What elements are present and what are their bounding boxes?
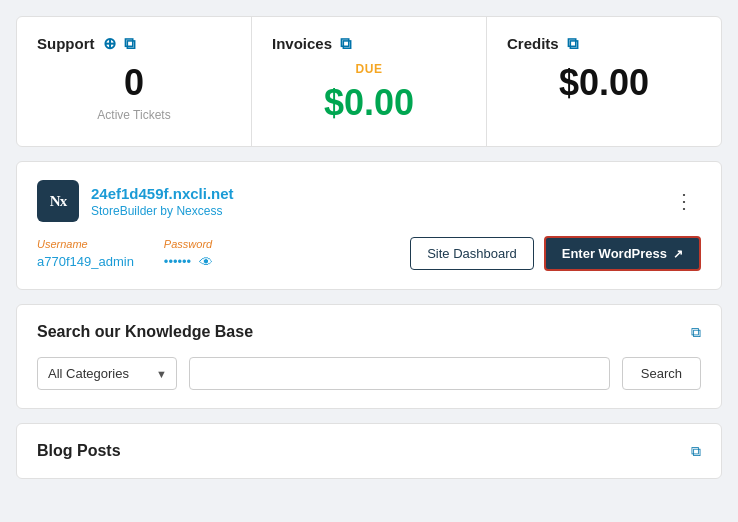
kb-search-button[interactable]: Search: [622, 357, 701, 390]
site-header-left: Nx 24ef1d459f.nxcli.net StoreBuilder by …: [37, 180, 234, 222]
site-logo-text: Nx: [50, 193, 66, 210]
stats-row: Support ⊕ ⧉ 0 Active Tickets Invoices ⧉ …: [16, 16, 722, 147]
username-value: a770f149_admin: [37, 254, 134, 269]
kb-title: Search our Knowledge Base: [37, 323, 253, 341]
username-block: Username a770f149_admin: [37, 238, 134, 270]
invoices-ext-icon[interactable]: ⧉: [340, 36, 351, 52]
site-credentials: Username a770f149_admin Password •••••• …: [37, 238, 213, 270]
support-label: Active Tickets: [37, 108, 231, 122]
support-value: 0: [37, 62, 231, 104]
site-platform: StoreBuilder by Nexcess: [91, 204, 234, 218]
site-domain[interactable]: 24ef1d459f.nxcli.net: [91, 185, 234, 202]
enter-wordpress-label: Enter WordPress: [562, 246, 667, 261]
credits-ext-icon[interactable]: ⧉: [567, 36, 578, 52]
site-details: Username a770f149_admin Password •••••• …: [37, 236, 701, 271]
site-logo: Nx: [37, 180, 79, 222]
invoices-value: $0.00: [272, 82, 466, 124]
knowledge-base-card: Search our Knowledge Base ⧉ All Categori…: [16, 304, 722, 409]
support-card: Support ⊕ ⧉ 0 Active Tickets: [17, 17, 251, 146]
kb-body: All Categories ▼ Search: [37, 357, 701, 390]
username-label: Username: [37, 238, 134, 250]
toggle-password-icon[interactable]: 👁: [199, 254, 213, 270]
site-menu-dots[interactable]: ⋮: [668, 189, 701, 213]
support-add-icon[interactable]: ⊕: [103, 36, 116, 52]
password-block: Password •••••• 👁: [164, 238, 213, 270]
kb-category-wrap: All Categories ▼: [37, 357, 177, 390]
blog-card: Blog Posts ⧉: [16, 423, 722, 479]
site-dashboard-button[interactable]: Site Dashboard: [410, 237, 534, 270]
credits-card: Credits ⧉ $0.00: [486, 17, 721, 146]
kb-search-input[interactable]: [189, 357, 610, 390]
invoices-title: Invoices: [272, 35, 332, 52]
credits-title: Credits: [507, 35, 559, 52]
site-info: 24ef1d459f.nxcli.net StoreBuilder by Nex…: [91, 185, 234, 218]
enter-wordpress-ext-icon: ↗: [673, 247, 683, 261]
blog-title: Blog Posts: [37, 442, 121, 460]
site-header: Nx 24ef1d459f.nxcli.net StoreBuilder by …: [37, 180, 701, 222]
kb-ext-icon[interactable]: ⧉: [691, 324, 701, 341]
invoices-due-label: DUE: [272, 62, 466, 76]
site-actions: Site Dashboard Enter WordPress ↗: [410, 236, 701, 271]
support-title: Support: [37, 35, 95, 52]
kb-header: Search our Knowledge Base ⧉: [37, 323, 701, 341]
support-ext-icon[interactable]: ⧉: [124, 36, 135, 52]
password-value: •••••• 👁: [164, 254, 213, 270]
enter-wordpress-button[interactable]: Enter WordPress ↗: [544, 236, 701, 271]
password-label: Password: [164, 238, 213, 250]
site-card: Nx 24ef1d459f.nxcli.net StoreBuilder by …: [16, 161, 722, 290]
kb-category-select[interactable]: All Categories: [37, 357, 177, 390]
password-dots: ••••••: [164, 254, 191, 269]
credits-value: $0.00: [507, 62, 701, 104]
blog-ext-icon[interactable]: ⧉: [691, 443, 701, 460]
invoices-card: Invoices ⧉ DUE $0.00: [251, 17, 486, 146]
